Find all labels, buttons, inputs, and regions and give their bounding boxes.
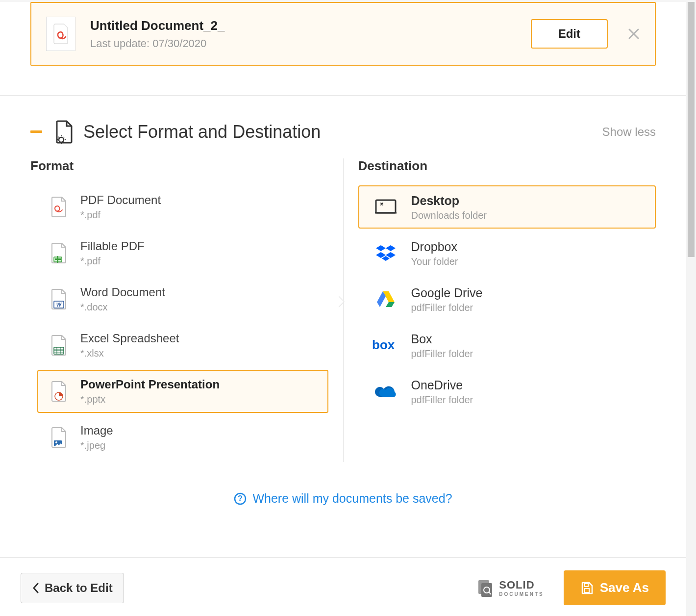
- destination-heading: Destination: [358, 158, 656, 174]
- svg-text:?: ?: [238, 494, 243, 503]
- vertical-divider: [343, 158, 344, 462]
- svg-text:box: box: [372, 337, 395, 352]
- format-option-label: PDF Document: [80, 193, 161, 207]
- document-updated: Last update: 07/30/2020: [90, 37, 225, 50]
- destination-option-sub: pdfFiller folder: [411, 302, 483, 313]
- section-title: Select Format and Destination: [83, 122, 602, 142]
- destination-option-sub: Your folder: [411, 256, 458, 267]
- excel-icon: [47, 334, 71, 357]
- format-option-word[interactable]: W Word Document *.docx: [37, 278, 328, 321]
- format-option-label: Word Document: [80, 285, 165, 300]
- document-meta: Untitled Document_2_ Last update: 07/30/…: [90, 18, 225, 50]
- format-option-ext: *.pdf: [80, 209, 161, 221]
- format-option-label: PowerPoint Presentation: [80, 378, 220, 392]
- destination-option-label: Google Drive: [411, 285, 483, 300]
- back-to-edit-button[interactable]: Back to Edit: [21, 573, 124, 603]
- fillable-pdf-icon: [47, 241, 71, 265]
- format-option-label: Fillable PDF: [80, 239, 145, 254]
- google-drive-icon: [372, 287, 399, 311]
- format-option-ext: *.pdf: [80, 256, 145, 267]
- destination-column: Destination Desktop Downloads folder: [358, 158, 656, 462]
- document-banner: Untitled Document_2_ Last update: 07/30/…: [30, 2, 656, 66]
- svg-text:W: W: [56, 302, 62, 308]
- svg-rect-0: [30, 130, 42, 133]
- svg-rect-16: [481, 583, 492, 597]
- solid-documents-logo: SOLID DOCUMENTS: [476, 579, 544, 597]
- destination-option-label: Dropbox: [411, 239, 458, 254]
- footer-bar: Back to Edit SOLID DOCUMENTS Save As: [0, 557, 686, 616]
- format-option-ext: *.docx: [80, 302, 165, 313]
- destination-option-desktop[interactable]: Desktop Downloads folder: [358, 185, 656, 229]
- format-option-image[interactable]: Image *.jpeg: [37, 416, 328, 459]
- desktop-icon: [372, 195, 399, 219]
- collapse-icon[interactable]: [30, 130, 46, 133]
- file-gear-icon: [54, 120, 74, 144]
- svg-rect-4: [55, 258, 61, 260]
- destination-option-label: OneDrive: [411, 378, 473, 392]
- destination-option-label: Box: [411, 332, 473, 346]
- word-icon: W: [47, 287, 71, 311]
- edit-button[interactable]: Edit: [531, 19, 608, 49]
- section-header: Select Format and Destination Show less: [0, 96, 686, 158]
- back-label: Back to Edit: [45, 581, 113, 595]
- destination-option-box[interactable]: box Box pdfFiller folder: [358, 324, 656, 367]
- destination-option-sub: pdfFiller folder: [411, 394, 473, 406]
- destination-option-googledrive[interactable]: Google Drive pdfFiller folder: [358, 278, 656, 321]
- svg-point-10: [55, 441, 57, 443]
- help-link[interactable]: ? Where will my documents be saved?: [234, 491, 452, 506]
- format-option-ext: *.jpeg: [80, 440, 113, 451]
- save-as-label: Save As: [600, 580, 649, 595]
- svg-point-1: [59, 137, 64, 142]
- solid-logo-icon: [476, 579, 494, 597]
- scrollbar[interactable]: [686, 2, 696, 616]
- chevron-left-icon: [32, 583, 40, 593]
- help-text: Where will my documents be saved?: [252, 491, 452, 506]
- format-option-powerpoint[interactable]: PowerPoint Presentation *.pptx: [37, 370, 328, 413]
- save-icon: [580, 582, 593, 594]
- format-option-label: Excel Spreadsheet: [80, 332, 179, 346]
- close-icon[interactable]: [627, 27, 640, 40]
- format-option-ext: *.xlsx: [80, 348, 179, 359]
- show-less-link[interactable]: Show less: [602, 125, 656, 139]
- format-option-pdf[interactable]: PDF Document *.pdf: [37, 185, 328, 229]
- destination-option-onedrive[interactable]: OneDrive pdfFiller folder: [358, 370, 656, 413]
- format-option-ext: *.pptx: [80, 394, 220, 405]
- save-as-button[interactable]: Save As: [564, 570, 666, 605]
- document-title: Untitled Document_2_: [90, 18, 225, 33]
- format-option-fillable-pdf[interactable]: Fillable PDF *.pdf: [37, 231, 328, 275]
- format-option-label: Image: [80, 424, 113, 438]
- svg-rect-19: [584, 584, 588, 587]
- destination-option-sub: Downloads folder: [411, 210, 487, 221]
- dropbox-icon: [372, 241, 399, 265]
- svg-rect-11: [376, 200, 396, 213]
- image-icon: [47, 426, 71, 449]
- destination-option-dropbox[interactable]: Dropbox Your folder: [358, 231, 656, 275]
- help-icon: ?: [234, 492, 247, 505]
- destination-option-label: Desktop: [411, 193, 487, 208]
- box-icon: box: [372, 334, 399, 357]
- format-option-excel[interactable]: Excel Spreadsheet *.xlsx: [37, 324, 328, 367]
- svg-rect-18: [584, 589, 589, 592]
- powerpoint-icon: [47, 380, 71, 403]
- format-column: Format PDF Document *.pdf: [30, 158, 328, 462]
- format-heading: Format: [30, 158, 328, 174]
- onedrive-icon: [372, 380, 399, 403]
- destination-option-sub: pdfFiller folder: [411, 348, 473, 359]
- pdf-icon: [47, 195, 71, 219]
- pdf-file-icon: [46, 17, 75, 51]
